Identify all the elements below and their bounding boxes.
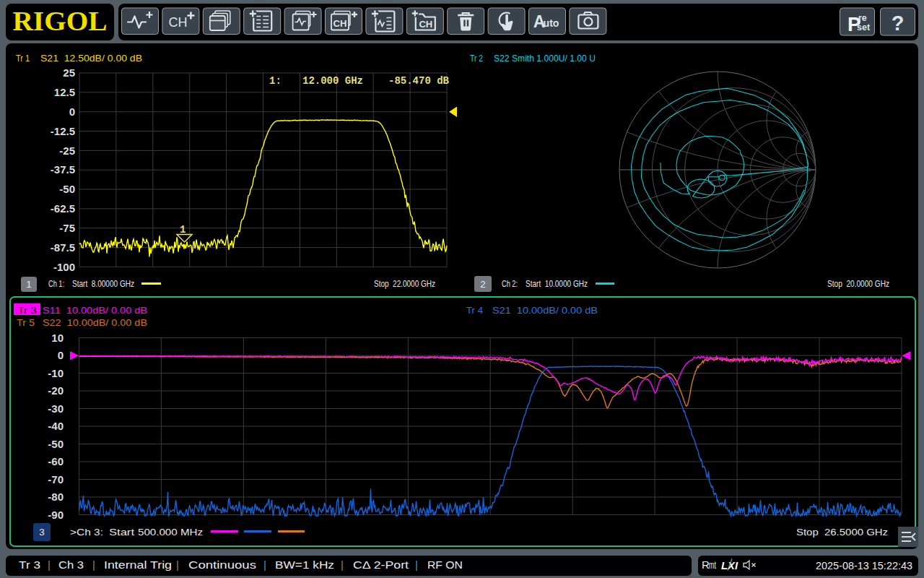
svg-text:|: | bbox=[92, 558, 95, 571]
svg-text:2: 2 bbox=[480, 279, 486, 290]
svg-text:-10: -10 bbox=[48, 367, 64, 379]
svg-text:RIGOL: RIGOL bbox=[13, 7, 108, 35]
svg-text:-62.5: -62.5 bbox=[51, 202, 75, 215]
svg-text:S22 Smith 1.000U/ 1.00 U: S22 Smith 1.000U/ 1.00 U bbox=[494, 53, 596, 64]
svg-text:|: | bbox=[48, 558, 51, 571]
svg-text:-85.470 dB: -85.470 dB bbox=[388, 75, 450, 87]
svg-text:Tr 3: Tr 3 bbox=[18, 305, 37, 316]
svg-text:mt: mt bbox=[709, 558, 716, 571]
svg-text:-50: -50 bbox=[59, 183, 75, 195]
svg-text:12.5: 12.5 bbox=[54, 86, 75, 98]
svg-text:Stop 26.5000 GHz: Stop 26.5000 GHz bbox=[796, 527, 888, 538]
svg-text:S22 10.00dB/ 0.00 dB: S22 10.00dB/ 0.00 dB bbox=[43, 317, 147, 328]
svg-text:500.000 MHz: 500.000 MHz bbox=[138, 527, 203, 538]
svg-text:Start: Start bbox=[109, 527, 134, 538]
svg-text:1:: 1: bbox=[269, 75, 282, 87]
svg-text:-12.5: -12.5 bbox=[51, 125, 75, 137]
svg-text:Start 8.00000 GHz: Start 8.00000 GHz bbox=[72, 278, 134, 289]
svg-text:|: | bbox=[263, 558, 266, 571]
svg-text:S21 12.50dB/ 0.00 dB: S21 12.50dB/ 0.00 dB bbox=[40, 53, 142, 64]
svg-text:Tr 1: Tr 1 bbox=[16, 53, 30, 64]
svg-text:-70: -70 bbox=[48, 473, 64, 486]
svg-text:?: ? bbox=[892, 12, 905, 35]
svg-text:Continuous: Continuous bbox=[188, 558, 256, 571]
svg-text:Stop 22.0000 GHz: Stop 22.0000 GHz bbox=[374, 278, 435, 289]
svg-text:-37.5: -37.5 bbox=[51, 163, 75, 176]
svg-text:Stop 20.0000 GHz: Stop 20.0000 GHz bbox=[827, 278, 889, 289]
svg-text:BW=1 kHz: BW=1 kHz bbox=[275, 558, 334, 571]
svg-text:CH: CH bbox=[334, 18, 347, 29]
svg-text:1: 1 bbox=[26, 279, 32, 290]
svg-text:|: | bbox=[415, 558, 418, 571]
svg-text:Start 10.0000 GHz: Start 10.0000 GHz bbox=[526, 278, 588, 289]
svg-text:-90: -90 bbox=[48, 509, 64, 521]
svg-text:-75: -75 bbox=[59, 222, 75, 234]
svg-text:-40: -40 bbox=[48, 420, 64, 432]
svg-text:RF ON: RF ON bbox=[427, 558, 463, 571]
svg-text:-100: -100 bbox=[53, 261, 75, 273]
svg-text:-20: -20 bbox=[48, 384, 64, 397]
svg-text:2025-08-13 15:22:43: 2025-08-13 15:22:43 bbox=[816, 559, 912, 571]
svg-text:S21 10.00dB/ 0.00 dB: S21 10.00dB/ 0.00 dB bbox=[492, 305, 598, 316]
svg-text:|: | bbox=[176, 558, 179, 571]
svg-text:Tr 5: Tr 5 bbox=[17, 317, 35, 328]
svg-text:0: 0 bbox=[58, 349, 64, 361]
svg-text:uto: uto bbox=[544, 17, 559, 29]
svg-text:CH: CH bbox=[168, 15, 187, 30]
svg-text:Ch 2:: Ch 2: bbox=[502, 278, 518, 289]
svg-text:-80: -80 bbox=[48, 491, 64, 503]
svg-text:Tr 3: Tr 3 bbox=[19, 558, 40, 571]
svg-text:3: 3 bbox=[39, 527, 45, 538]
svg-text:25: 25 bbox=[63, 66, 75, 79]
svg-text:-25: -25 bbox=[59, 144, 75, 157]
svg-text:Ch 1:: Ch 1: bbox=[48, 278, 64, 289]
svg-text:Tr 2: Tr 2 bbox=[470, 53, 483, 64]
svg-text:Tr 4: Tr 4 bbox=[466, 305, 483, 316]
svg-text:0: 0 bbox=[69, 105, 75, 118]
svg-text:-50: -50 bbox=[48, 438, 64, 450]
svg-text:Internal Trig: Internal Trig bbox=[104, 558, 172, 571]
svg-text:>Ch 3:: >Ch 3: bbox=[70, 527, 103, 538]
svg-text:CΔ 2-Port: CΔ 2-Port bbox=[353, 558, 409, 571]
svg-text:-60: -60 bbox=[48, 455, 64, 467]
svg-text:-87.5: -87.5 bbox=[51, 241, 75, 254]
svg-text:12.000 GHz: 12.000 GHz bbox=[302, 75, 363, 87]
svg-text:CH: CH bbox=[419, 19, 432, 30]
svg-text:10: 10 bbox=[51, 332, 64, 344]
svg-text:Ch 3: Ch 3 bbox=[58, 558, 84, 571]
svg-text:-30: -30 bbox=[48, 402, 64, 415]
svg-text:set: set bbox=[857, 22, 871, 33]
svg-text:1: 1 bbox=[180, 224, 186, 236]
svg-text:S11 10.00dB/ 0.00 dB: S11 10.00dB/ 0.00 dB bbox=[43, 305, 147, 316]
svg-text:|: | bbox=[341, 558, 344, 571]
